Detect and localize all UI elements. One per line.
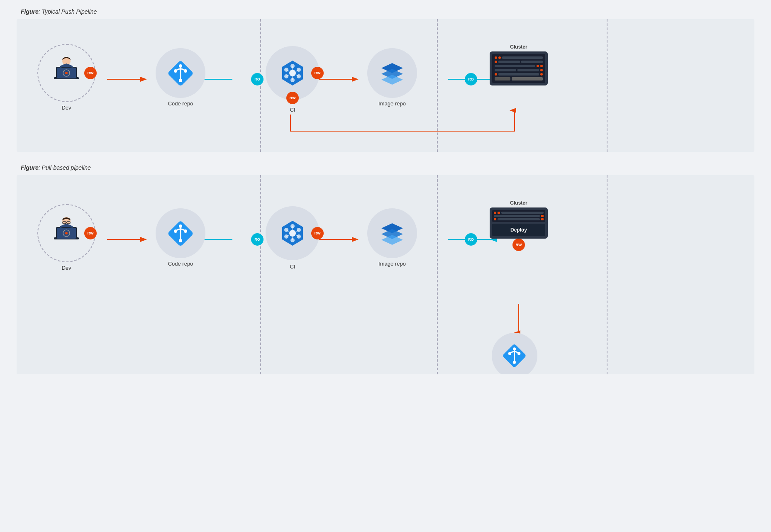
figure2-diagram: RW Dev Code repo RO: [17, 175, 754, 374]
dev1-avatar: [48, 54, 85, 92]
dev1-circle: RW: [37, 44, 95, 102]
server-row2: [495, 61, 543, 63]
server-dot: [540, 73, 543, 76]
layers-icon2: [379, 220, 406, 247]
git-icon2: [167, 220, 194, 247]
cluster1-box: [490, 51, 548, 85]
code-repo2-circle: [156, 208, 205, 258]
ci-icon2: [278, 219, 307, 248]
svg-point-47: [179, 225, 182, 228]
svg-point-49: [174, 229, 177, 233]
ci2-label: CI: [290, 264, 295, 270]
layers-icon1: [379, 60, 406, 87]
dev2-circle: RW: [37, 204, 95, 262]
ci2-node: RW CI: [266, 206, 320, 270]
svg-point-71: [508, 352, 511, 355]
ci2-circle: RW: [266, 206, 320, 260]
dev1-node: RW Dev: [37, 44, 95, 111]
deploy2-box: Deploy: [492, 224, 545, 236]
deploy2-rw-badge: RW: [512, 239, 525, 251]
svg-point-52: [289, 230, 296, 237]
divider-right: [607, 19, 608, 152]
ci1-rw-bottom-badge: RW: [286, 92, 299, 104]
image-repo1-node: Image repo: [367, 48, 417, 107]
server-bar: [498, 61, 520, 63]
ci1-rw-badge: RW: [311, 67, 324, 79]
figure1-diagram: RW Dev Code repo RO: [17, 19, 754, 152]
cluster2-box: Deploy: [490, 207, 548, 239]
svg-marker-67: [381, 235, 403, 245]
server-row5: [495, 73, 543, 76]
server-dot: [498, 56, 501, 59]
server-bar: [521, 61, 543, 63]
cluster1-node: Cluster: [490, 44, 548, 85]
ci1-label: CI: [290, 107, 295, 113]
svg-point-8: [65, 72, 68, 74]
server-bar: [498, 73, 539, 76]
figure1-label: Figure: Typical Push Pipeline: [21, 8, 754, 15]
dev2-rw-badge: RW: [84, 227, 97, 239]
image-repo2-label: Image repo: [378, 261, 406, 267]
dev2-avatar: [48, 215, 85, 252]
svg-point-13: [174, 69, 177, 73]
figure2-label: Figure: Pull-based pipeline: [21, 164, 754, 171]
server-dot: [537, 65, 539, 67]
dev1-label: Dev: [61, 105, 71, 111]
svg-point-41: [65, 232, 68, 234]
server-row3: [495, 65, 543, 67]
server-bar: [495, 65, 535, 67]
server-bar: [512, 77, 543, 81]
server-row6: [495, 77, 543, 81]
divider-right2: [607, 175, 608, 374]
svg-point-69: [513, 347, 516, 350]
server-bar: [517, 69, 539, 71]
svg-point-12: [179, 79, 182, 82]
config-repo2-circle: [492, 333, 537, 374]
config-repo2-node: Config Repo: [492, 333, 537, 374]
code-repo2-label: Code repo: [168, 261, 193, 267]
svg-point-14: [184, 69, 187, 73]
server-row1: [495, 56, 543, 59]
ci-icon1: [278, 59, 307, 88]
cluster2-title: Cluster: [510, 200, 527, 206]
svg-marker-31: [381, 75, 403, 85]
dev2-node: RW Dev: [37, 204, 95, 271]
image-repo2-circle: [367, 208, 417, 258]
server-row4: [495, 69, 543, 71]
image-repo1-circle: [367, 48, 417, 98]
ro-badge-1: RO: [251, 73, 264, 85]
server-dot: [495, 56, 497, 59]
ro-badge-cluster2: RO: [465, 233, 477, 246]
server-rack2: [492, 210, 545, 222]
image-repo2-node: Image repo: [367, 208, 417, 267]
svg-point-72: [517, 352, 520, 355]
server-dot: [540, 65, 543, 67]
dev1-rw-badge: RW: [84, 67, 97, 79]
ci1-circle: RW RW: [266, 46, 320, 100]
dev2-label: Dev: [61, 265, 71, 271]
code-repo1-node: Code repo: [156, 48, 205, 107]
svg-point-11: [179, 64, 182, 68]
server-bar: [495, 69, 516, 71]
svg-point-48: [179, 239, 182, 242]
server-dot: [495, 73, 497, 76]
code-repo1-label: Code repo: [168, 100, 193, 107]
ro-badge-cluster1: RO: [465, 73, 477, 85]
svg-point-70: [513, 361, 516, 364]
ci2-rw-badge: RW: [311, 227, 324, 239]
ci1-node: RW RW CI: [266, 46, 320, 113]
git-icon3: [502, 343, 527, 368]
server-bar: [495, 77, 510, 81]
cluster1-title: Cluster: [510, 44, 527, 50]
server-rack1: [492, 54, 545, 83]
git-icon1: [167, 60, 194, 87]
ro-badge-2: RO: [251, 233, 264, 246]
server-dot: [495, 61, 497, 63]
svg-point-50: [184, 229, 187, 233]
image-repo1-label: Image repo: [378, 100, 406, 107]
code-repo2-node: Code repo: [156, 208, 205, 267]
cluster2-node: Cluster Deploy: [490, 200, 548, 251]
svg-point-16: [289, 70, 296, 76]
code-repo1-circle: [156, 48, 205, 98]
server-bar: [502, 56, 543, 59]
